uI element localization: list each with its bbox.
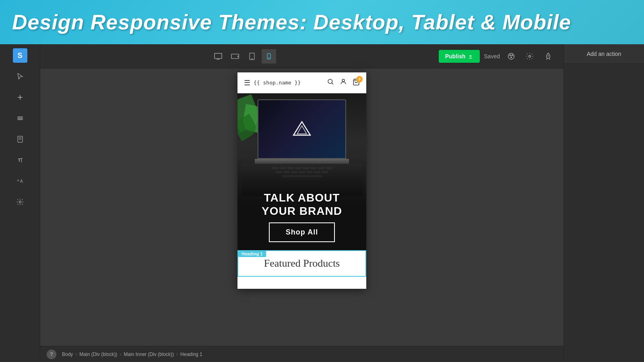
featured-heading-wrapper[interactable]: Heading 1 Featured Products	[237, 250, 366, 277]
rocket-icon	[544, 52, 552, 60]
svg-point-22	[268, 58, 269, 58]
sidebar-logo[interactable]: S	[13, 48, 27, 63]
breadcrumb-main[interactable]: Main (Div (block))	[79, 352, 117, 357]
settings-icon	[16, 198, 24, 206]
mobile-icon	[266, 52, 272, 61]
tool-cursor[interactable]	[11, 68, 29, 85]
bottom-bar: ? Body › Main (Div (block)) › Main Inner…	[40, 346, 564, 362]
breadcrumb-main-inner[interactable]: Main Inner (Div (block))	[124, 352, 174, 357]
top-banner: Design Responsive Themes: Desktop, Table…	[0, 0, 644, 44]
phone-navbar: ☰ {{ shop.name }}	[237, 72, 366, 93]
breadcrumb-body[interactable]: Body	[62, 352, 73, 357]
publish-button[interactable]: Publish	[439, 50, 480, 63]
svg-point-18	[237, 56, 238, 56]
phone-preview-area: ☰ {{ shop.name }}	[237, 68, 366, 362]
cart-badge: 3	[356, 76, 363, 82]
breadcrumb-heading1[interactable]: Heading 1	[180, 352, 202, 357]
layout-icon	[16, 114, 24, 122]
top-toolbar: Publish Saved	[40, 44, 564, 68]
featured-products-section: Heading 1 Featured Products	[237, 250, 366, 277]
cursor-icon	[16, 72, 24, 80]
svg-text:A: A	[20, 179, 23, 183]
phone-bottom-padding	[237, 277, 366, 289]
hero-section: TALK ABOUT YOUR BRAND Shop All	[237, 93, 366, 250]
viewport-switcher	[211, 49, 276, 64]
cart-wrapper[interactable]: 3	[353, 78, 360, 87]
phone-nav-right: 3	[327, 78, 360, 87]
tool-add[interactable]	[11, 88, 29, 106]
svg-point-24	[510, 55, 511, 56]
svg-line-29	[332, 83, 333, 84]
gear-icon	[526, 52, 534, 60]
palette-button[interactable]	[504, 49, 518, 64]
tool-pages[interactable]	[11, 130, 29, 148]
phone-frame: ☰ {{ shop.name }}	[237, 72, 366, 289]
viewport-mobile[interactable]	[262, 49, 276, 64]
phone-nav-left: ☰ {{ shop.name }}	[244, 79, 301, 86]
tool-settings[interactable]	[11, 193, 29, 211]
palette-icon	[507, 52, 515, 60]
desktop-icon	[214, 52, 223, 61]
tablet-portrait-icon	[248, 52, 256, 61]
toolbar-right: Publish Saved	[439, 49, 555, 64]
publish-icon	[468, 53, 473, 59]
svg-point-23	[508, 53, 514, 59]
breadcrumb-sep-3: ›	[176, 352, 178, 357]
viewport-desktop[interactable]	[211, 49, 225, 64]
hamburger-icon[interactable]: ☰	[244, 79, 250, 86]
tool-translate[interactable]: A A	[11, 172, 29, 190]
featured-heading: Featured Products	[246, 257, 357, 269]
canvas-area: Publish Saved	[40, 44, 564, 362]
tool-typography[interactable]: T	[11, 151, 29, 169]
heading-label: Heading 1	[238, 251, 266, 257]
tablet-landscape-icon	[231, 52, 239, 61]
translate-icon: A A	[16, 177, 24, 185]
svg-point-26	[511, 57, 512, 58]
hero-text: TALK ABOUT YOUR BRAND	[237, 191, 366, 218]
svg-point-13	[19, 201, 21, 203]
pages-icon	[16, 135, 24, 143]
breadcrumb-sep-1: ›	[75, 352, 77, 357]
viewport-tablet-landscape[interactable]	[228, 49, 242, 64]
add-icon	[16, 93, 24, 101]
help-button[interactable]: ?	[47, 350, 56, 359]
shop-name: {{ shop.name }}	[254, 80, 301, 86]
svg-text:T: T	[18, 157, 21, 162]
shop-all-wrapper: Shop All	[237, 222, 366, 242]
svg-point-30	[342, 79, 345, 82]
svg-rect-14	[215, 53, 222, 58]
svg-point-20	[252, 58, 252, 59]
viewport-tablet-portrait[interactable]	[245, 49, 259, 64]
svg-point-27	[528, 55, 530, 57]
typography-icon: T	[16, 156, 24, 164]
right-panel: Add an action	[564, 44, 644, 362]
shop-all-button[interactable]: Shop All	[269, 222, 335, 242]
svg-text:A: A	[17, 179, 19, 182]
svg-point-28	[328, 79, 332, 84]
banner-title: Design Responsive Themes: Desktop, Table…	[12, 10, 571, 34]
right-panel-header[interactable]: Add an action	[564, 44, 644, 64]
search-icon[interactable]	[327, 78, 334, 87]
gear-button[interactable]	[522, 49, 537, 64]
left-sidebar: S	[0, 44, 40, 362]
svg-point-25	[512, 55, 513, 56]
editor-wrapper: S	[0, 44, 644, 362]
rocket-button[interactable]	[541, 49, 555, 64]
account-icon[interactable]	[340, 78, 347, 87]
tool-layout[interactable]	[11, 109, 29, 127]
saved-status: Saved	[484, 53, 500, 60]
breadcrumb-sep-2: ›	[120, 352, 121, 357]
